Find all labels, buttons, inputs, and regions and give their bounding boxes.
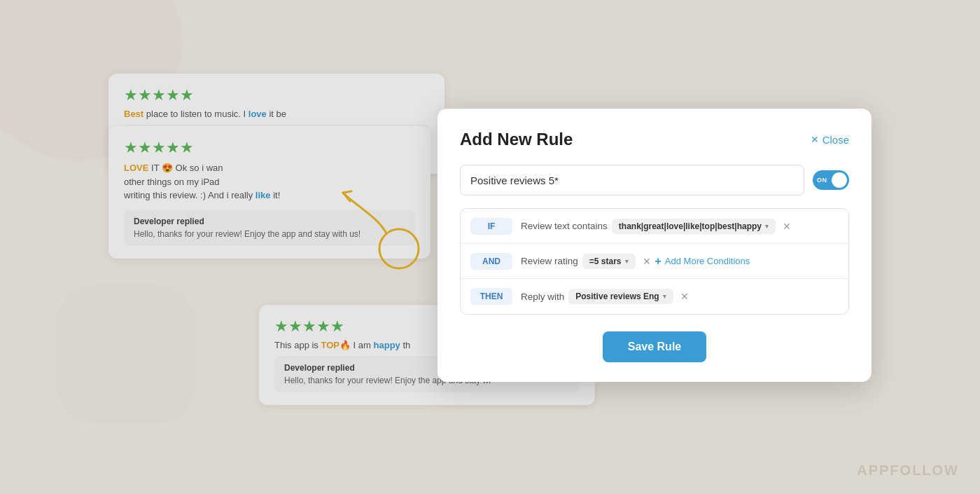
- close-button[interactable]: ✕ Close: [811, 134, 849, 146]
- condition-label-then: THEN: [470, 288, 512, 305]
- and-tag[interactable]: =5 stars ▾: [582, 254, 636, 269]
- then-text-prefix: Reply with: [521, 291, 564, 302]
- modal-title: Add New Rule: [460, 130, 573, 149]
- condition-label-if: IF: [470, 218, 512, 235]
- modal-header: Add New Rule ✕ Close: [460, 130, 849, 149]
- toggle-switch[interactable]: ON: [813, 170, 849, 190]
- if-chevron-icon: ▾: [765, 223, 769, 230]
- close-x-icon: ✕: [811, 134, 819, 145]
- then-tag-value: Positive reviews Eng: [575, 291, 659, 301]
- condition-row-then: THEN Reply with Positive reviews Eng ▾ ✕: [461, 279, 848, 314]
- appfollow-brand: APPFOLLOW: [857, 462, 959, 479]
- rule-name-row: ON: [460, 165, 849, 195]
- condition-row-if: IF Review text contains thank|great|love…: [461, 209, 848, 244]
- add-more-label: Add More Conditions: [665, 256, 750, 266]
- condition-label-and: AND: [470, 253, 512, 270]
- close-label: Close: [822, 134, 849, 146]
- then-chevron-icon: ▾: [663, 293, 666, 300]
- add-rule-modal: Add New Rule ✕ Close ON IF Review text c…: [438, 109, 872, 382]
- add-more-conditions-button[interactable]: + Add More Conditions: [655, 255, 750, 268]
- and-remove-icon[interactable]: ✕: [643, 256, 651, 267]
- condition-content-then: Reply with Positive reviews Eng ▾ ✕: [521, 289, 839, 304]
- save-row: Save Rule: [460, 331, 849, 362]
- toggle-knob: [832, 172, 847, 188]
- if-tag[interactable]: thank|great|love|like|top|best|happy ▾: [612, 219, 776, 234]
- conditions-table: IF Review text contains thank|great|love…: [460, 208, 849, 315]
- if-tag-value: thank|great|love|like|top|best|happy: [619, 221, 762, 231]
- save-rule-button[interactable]: Save Rule: [603, 331, 706, 362]
- plus-icon: +: [655, 255, 662, 268]
- condition-row-and: AND Review rating =5 stars ▾ ✕ + Add Mor…: [461, 244, 848, 279]
- if-remove-icon[interactable]: ✕: [783, 221, 791, 232]
- condition-content-and: Review rating =5 stars ▾ ✕ + Add More Co…: [521, 254, 839, 269]
- and-tag-value: =5 stars: [589, 256, 622, 266]
- and-chevron-icon: ▾: [625, 258, 629, 265]
- rule-name-input[interactable]: [460, 165, 804, 195]
- toggle-label: ON: [817, 177, 827, 184]
- then-remove-icon[interactable]: ✕: [680, 291, 689, 302]
- if-text-prefix: Review text contains: [521, 221, 608, 231]
- condition-content-if: Review text contains thank|great|love|li…: [521, 219, 839, 234]
- then-tag[interactable]: Positive reviews Eng ▾: [568, 289, 673, 304]
- and-text-prefix: Review rating: [521, 256, 578, 266]
